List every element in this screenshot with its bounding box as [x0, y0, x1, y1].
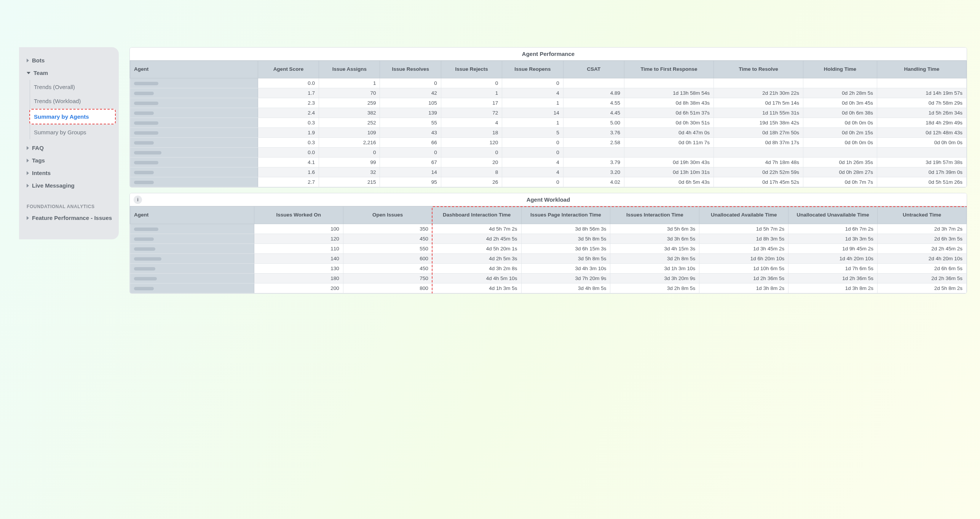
info-icon[interactable]: i: [134, 196, 142, 204]
column-header[interactable]: Dashboard Interaction Time: [432, 207, 521, 224]
column-header[interactable]: Issue Assigns: [319, 61, 380, 78]
data-cell: 4d 2h 45m 5s: [432, 234, 521, 244]
data-cell: 1d 4h 20m 10s: [788, 254, 878, 264]
data-cell: 215: [319, 177, 380, 187]
data-cell: 0d 0h 0m 0s: [877, 138, 966, 148]
data-cell: 100: [254, 224, 343, 234]
sidebar-item-team[interactable]: Team: [24, 67, 115, 79]
data-cell: 0: [502, 78, 563, 88]
data-cell: 3d 1h 3m 10s: [610, 264, 699, 274]
column-header[interactable]: Issue Reopens: [502, 61, 563, 78]
data-cell: 0: [441, 148, 502, 158]
data-cell: 3.76: [563, 128, 624, 138]
caret-right-icon: [27, 216, 29, 220]
column-header[interactable]: Time to First Response: [624, 61, 714, 78]
data-cell: 3.79: [563, 158, 624, 167]
column-header[interactable]: Issue Resolves: [380, 61, 441, 78]
data-cell: 4.89: [563, 88, 624, 98]
data-cell: 4.45: [563, 108, 624, 118]
table-row: 4.199672043.790d 19h 30m 43s4d 7h 18m 48…: [130, 158, 967, 167]
data-cell: 130: [254, 264, 343, 274]
data-cell: 259: [319, 98, 380, 108]
sidebar-item-feature-performance-issues[interactable]: Feature Performance - Issues: [24, 212, 115, 224]
data-cell: 4.02: [563, 177, 624, 187]
column-header[interactable]: Unallocated Available Time: [699, 207, 788, 224]
column-header[interactable]: Untracked Time: [878, 207, 967, 224]
column-header[interactable]: Holding Time: [803, 61, 877, 78]
data-cell: 3d 4h 8m 5s: [521, 283, 610, 293]
agent-cell: [130, 244, 254, 254]
column-header[interactable]: Agent: [130, 207, 254, 224]
column-header[interactable]: Agent: [130, 61, 258, 78]
data-cell: 4d 3h 2m 8s: [432, 264, 521, 274]
sidebar-item-summary-by-groups[interactable]: Summary by Groups: [30, 125, 115, 139]
sidebar-item-bots[interactable]: Bots: [24, 54, 115, 67]
data-cell: 1d 11h 55m 31s: [714, 108, 803, 118]
sidebar-item-trends-overall[interactable]: Trends (Overall): [30, 80, 115, 94]
column-header[interactable]: Agent Score: [258, 61, 319, 78]
data-cell: [877, 148, 966, 158]
data-cell: [803, 148, 877, 158]
data-cell: 3d 7h 20m 9s: [521, 274, 610, 283]
data-cell: 5: [502, 128, 563, 138]
data-cell: 0d 13h 10m 31s: [624, 167, 714, 177]
agent-cell: [130, 167, 258, 177]
table-row: 1.77042144.891d 13h 58m 54s2d 21h 30m 22…: [130, 88, 967, 98]
data-cell: 800: [343, 283, 432, 293]
column-header[interactable]: Open Issues: [343, 207, 432, 224]
data-cell: 1: [502, 98, 563, 108]
agent-placeholder-icon: [134, 131, 158, 135]
column-header[interactable]: CSAT: [563, 61, 624, 78]
agent-cell: [130, 118, 258, 128]
agent-cell: [130, 264, 254, 274]
agent-placeholder-icon: [134, 287, 154, 290]
sidebar-item-trends-workload[interactable]: Trends (Workload): [30, 94, 115, 108]
data-cell: 2d 4h 20m 10s: [878, 254, 967, 264]
sidebar-item-intents[interactable]: Intents: [24, 167, 115, 179]
data-cell: 0d 22h 52m 59s: [714, 167, 803, 177]
data-cell: 0: [319, 148, 380, 158]
sidebar: Bots Team Trends (Overall) Trends (Workl…: [19, 47, 119, 239]
sidebar-label: Bots: [32, 57, 45, 64]
column-header[interactable]: Issues Page Interaction Time: [521, 207, 610, 224]
table-row: 1.63214843.200d 13h 10m 31s0d 22h 52m 59…: [130, 167, 967, 177]
data-cell: 70: [319, 88, 380, 98]
data-cell: 0d 0h 0m 0s: [803, 118, 877, 128]
caret-right-icon: [27, 59, 29, 62]
data-cell: 18: [441, 128, 502, 138]
data-cell: 0d 18h 27m 50s: [714, 128, 803, 138]
data-cell: 3d 2h 8m 5s: [610, 254, 699, 264]
data-cell: 42: [380, 88, 441, 98]
data-cell: 3d 5h 8m 5s: [521, 234, 610, 244]
sidebar-item-faq[interactable]: FAQ: [24, 142, 115, 154]
column-header[interactable]: Issues Interaction Time: [610, 207, 699, 224]
data-cell: 4: [502, 167, 563, 177]
data-cell: 0d 17h 45m 52s: [714, 177, 803, 187]
table-row: 1807504d 4h 5m 10s3d 7h 20m 9s3d 3h 20m …: [130, 274, 967, 283]
data-cell: 0d 0h 2m 15s: [803, 128, 877, 138]
sidebar-item-tags[interactable]: Tags: [24, 154, 115, 167]
column-header[interactable]: Issues Worked On: [254, 207, 343, 224]
data-cell: 550: [343, 244, 432, 254]
data-cell: 1d 5h 26m 34s: [877, 108, 966, 118]
data-cell: 1.9: [258, 128, 319, 138]
sidebar-item-summary-by-agents[interactable]: Summary by Agents: [29, 109, 116, 124]
data-cell: 4d 5h 7m 2s: [432, 224, 521, 234]
table-row: 1.9109431853.760d 4h 47m 0s0d 18h 27m 50…: [130, 128, 967, 138]
data-cell: 2d 2h 36m 5s: [878, 274, 967, 283]
sidebar-item-live-messaging[interactable]: Live Messaging: [24, 179, 115, 192]
data-cell: 1d 10h 6m 5s: [699, 264, 788, 274]
data-cell: 3d 8h 56m 3s: [521, 224, 610, 234]
agent-cell: [130, 158, 258, 167]
data-cell: 0d 19h 30m 43s: [624, 158, 714, 167]
data-cell: [714, 148, 803, 158]
data-cell: 0d 1h 26m 35s: [803, 158, 877, 167]
agent-cell: [130, 78, 258, 88]
data-cell: 3d 3h 20m 9s: [610, 274, 699, 283]
data-cell: 3d 19h 57m 38s: [877, 158, 966, 167]
column-header[interactable]: Issue Rejects: [441, 61, 502, 78]
column-header[interactable]: Handling Time: [877, 61, 966, 78]
column-header[interactable]: Time to Resolve: [714, 61, 803, 78]
column-header[interactable]: Unallocated Unavailable Time: [788, 207, 878, 224]
data-cell: 180: [254, 274, 343, 283]
